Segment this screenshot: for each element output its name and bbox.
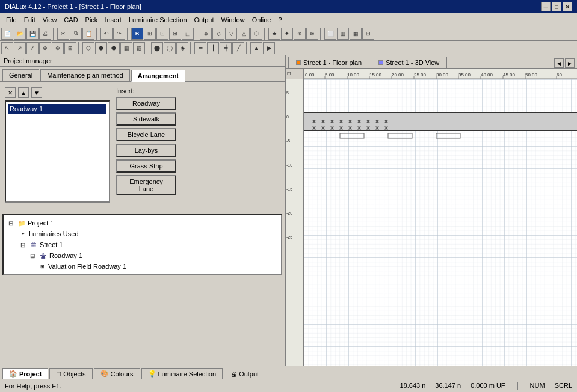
tb-redo[interactable]: ↷ [113,28,125,40]
list-up-button[interactable]: ▲ [18,87,29,98]
svg-text:20.00: 20.00 [392,72,404,78]
insert-roadway-button[interactable]: Roadway [116,97,176,110]
view-prev-button[interactable]: ◄ [554,58,564,68]
tb2-a3[interactable]: ⤢ [26,42,39,54]
menu-file[interactable]: File [2,15,20,25]
tb-cut[interactable]: ✂ [57,28,69,40]
tb2-d3[interactable]: ╋ [220,42,232,54]
tb-c4[interactable]: △ [238,28,250,40]
tb2-a1[interactable]: ↖ [1,42,13,54]
tb-e4[interactable]: ⊟ [362,28,374,40]
tb2-b1[interactable]: ⬡ [82,42,94,54]
floor-plan-label: Street 1 - Floor plan [303,59,362,66]
svg-text:x: x [322,125,324,130]
list-delete-button[interactable]: ✕ [5,87,16,98]
tb-b1[interactable]: B [131,28,143,40]
tb2-b2[interactable]: ⬢ [95,42,107,54]
tb-c5[interactable]: ⬡ [250,28,262,40]
list-down-button[interactable]: ▼ [31,87,42,98]
tb-b2[interactable]: ⊞ [144,28,156,40]
tb2-e1[interactable]: ▲ [250,42,262,54]
tb-print[interactable]: 🖨 [39,28,51,40]
bottom-tab-colours[interactable]: 🎨 Colours [94,368,140,379]
tb-b5[interactable]: ⬚ [182,28,194,40]
close-button[interactable]: ✕ [563,2,572,11]
tb2-a5[interactable]: ⊖ [52,42,64,54]
menu-output[interactable]: Output [191,15,218,25]
menu-view[interactable]: View [39,15,61,25]
bottom-tab-output[interactable]: 🖨 Output [224,369,265,379]
insert-emergency-lane-button[interactable]: Emergency Lane [116,175,176,195]
insert-lay-bys-button[interactable]: Lay-bys [116,144,176,157]
tb-b4[interactable]: ⊠ [169,28,181,40]
svg-text:60: 60 [557,72,562,78]
view-next-button[interactable]: ► [565,58,575,68]
tab-arrangement[interactable]: Arrangement [131,70,185,82]
tb2-c3[interactable]: ◈ [176,42,188,54]
tb-c2[interactable]: ◇ [212,28,224,40]
tb2-e2[interactable]: ▶ [263,42,275,54]
grid-container[interactable]: x x x x x x x x x x x x x x [304,79,577,366]
minimize-button[interactable]: ─ [541,2,551,11]
tree-node-roadway1[interactable]: ⊟ 🛣 Roadway 1 [6,250,279,261]
tb-d1[interactable]: ★ [268,28,280,40]
project-manager-label: Project manager [4,57,52,64]
tb-undo[interactable]: ↶ [100,28,113,40]
tb2-b5[interactable]: ▧ [133,42,145,54]
menu-insert[interactable]: Insert [101,15,125,25]
tb2-c1[interactable]: ⬤ [151,42,163,54]
tb-paste[interactable]: 📋 [82,28,94,40]
tb-e2[interactable]: ▥ [337,28,349,40]
tb2-a2[interactable]: ↗ [14,42,26,54]
tb-b3[interactable]: ⊡ [156,28,168,40]
floor-plan-svg: x x x x x x x x x x x x x x [304,79,577,366]
list-item[interactable]: Roadway 1 [8,104,106,114]
tab-floor-plan[interactable]: Street 1 - Floor plan [288,57,369,68]
tb2-c2[interactable]: ◯ [164,42,176,54]
tb-copy[interactable]: ⧉ [70,28,82,40]
menu-help[interactable]: ? [274,15,285,25]
tb-d2[interactable]: ✦ [281,28,293,40]
insert-sidewalk-button[interactable]: Sidewalk [116,112,176,126]
tab-3d-view[interactable]: Street 1 - 3D View [371,57,447,68]
menu-edit[interactable]: Edit [20,15,39,25]
tb2-d2[interactable]: ┃ [207,42,219,54]
menu-pick[interactable]: Pick [82,15,102,25]
tab-maintenance[interactable]: Maintenance plan method [40,69,130,81]
tree-node-valuation[interactable]: ⊞ Valuation Field Roadway 1 [6,261,279,272]
menu-luminaire-selection[interactable]: Luminaire Selection [125,15,191,25]
tb-new[interactable]: 📄 [1,28,13,40]
bottom-tab-project[interactable]: 🏠 Project [2,368,48,379]
tb-save[interactable]: 💾 [26,28,39,40]
tree-node-luminaires[interactable]: ✦ Luminaires Used [6,228,279,239]
tb-d4[interactable]: ⊗ [306,28,318,40]
tb-c3[interactable]: ▽ [225,28,237,40]
tb-sep5 [264,28,267,40]
insert-bicycle-lane-button[interactable]: Bicycle Lane [116,128,176,141]
svg-text:x: x [313,118,315,124]
tree-node-project1[interactable]: ⊟ 📁 Project 1 [6,218,279,228]
menu-cad[interactable]: CAD [60,15,81,25]
menu-window[interactable]: Window [218,15,248,25]
bottom-tab-luminaire-selection[interactable]: 💡 Luminaire Selection [141,368,223,379]
tb-open[interactable]: 📂 [14,28,26,40]
svg-text:-5: -5 [286,139,290,143]
tb-e3[interactable]: ▦ [350,28,362,40]
tb-c1[interactable]: ◈ [200,28,212,40]
maximize-button[interactable]: □ [552,2,561,11]
tb2-b3[interactable]: ⬣ [108,42,120,54]
tb2-d4[interactable]: ╱ [232,42,244,54]
insert-grass-strip-button[interactable]: Grass Strip [116,159,176,173]
tb-d3[interactable]: ⊕ [294,28,306,40]
bottom-tab-objects[interactable]: ◻ Objects [49,368,92,379]
tree-node-street1[interactable]: ⊟ 🏛 Street 1 [6,239,279,250]
tb2-b4[interactable]: ▦ [120,42,132,54]
tabs-area: General Maintenance plan method Arrangem… [0,67,285,82]
tab-general[interactable]: General [2,69,39,81]
menu-online[interactable]: Online [248,15,275,25]
tb-e1[interactable]: ⬜ [324,28,336,40]
tb2-a6[interactable]: ⊞ [64,42,76,54]
tb2-d1[interactable]: ━ [194,42,206,54]
canvas-area[interactable]: m 0.00 5.00 10.00 15.00 20.00 [286,69,577,366]
tb2-a4[interactable]: ⊕ [39,42,51,54]
